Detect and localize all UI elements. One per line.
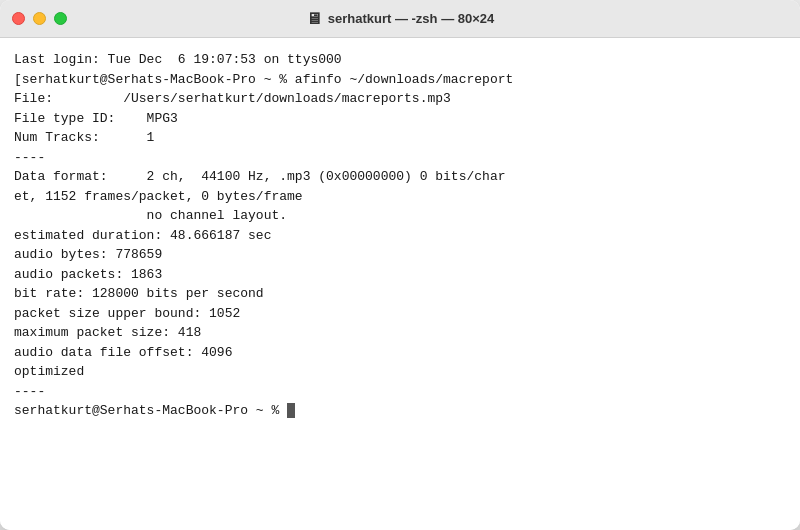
terminal-cursor xyxy=(287,403,295,418)
minimize-button[interactable] xyxy=(33,12,46,25)
traffic-lights xyxy=(12,12,67,25)
close-button[interactable] xyxy=(12,12,25,25)
terminal-icon: 🖥 xyxy=(306,10,322,28)
terminal-body[interactable]: Last login: Tue Dec 6 19:07:53 on ttys00… xyxy=(0,38,800,530)
window-title: 🖥 serhatkurt — -zsh — 80×24 xyxy=(306,10,495,28)
maximize-button[interactable] xyxy=(54,12,67,25)
title-bar: 🖥 serhatkurt — -zsh — 80×24 xyxy=(0,0,800,38)
title-label: serhatkurt — -zsh — 80×24 xyxy=(328,11,495,26)
terminal-window: 🖥 serhatkurt — -zsh — 80×24 Last login: … xyxy=(0,0,800,530)
